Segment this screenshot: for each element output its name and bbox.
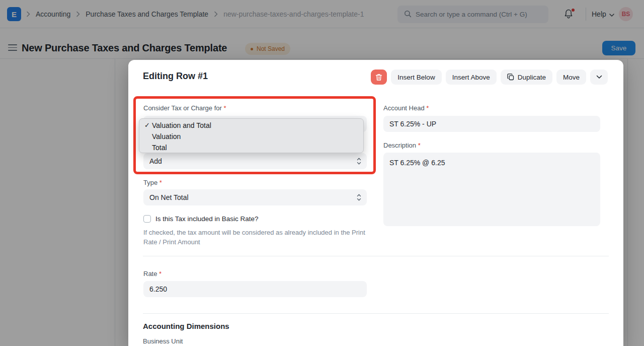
- account-head-value: ST 6.25% - UP: [389, 120, 436, 128]
- account-head-field-label: Account Head *: [383, 104, 429, 112]
- tax-included-row: Is this Tax included in Basic Rate?: [143, 215, 259, 223]
- type-field-label: Type *: [143, 179, 162, 186]
- section-divider: [143, 313, 609, 314]
- business-unit-label: Business Unit: [143, 337, 183, 345]
- chevron-down-icon: [596, 75, 602, 79]
- more-options-button[interactable]: [590, 70, 608, 85]
- insert-below-button[interactable]: Insert Below: [391, 70, 441, 85]
- type-value: On Net Total: [149, 193, 189, 201]
- tax-included-checkbox[interactable]: [143, 215, 151, 223]
- duplicate-label: Duplicate: [518, 74, 546, 81]
- dropdown-option-total[interactable]: Total: [139, 142, 363, 153]
- description-textarea[interactable]: ST 6.25% @ 6.25: [383, 153, 600, 226]
- account-head-input[interactable]: ST 6.25% - UP: [383, 116, 600, 132]
- delete-row-button[interactable]: [371, 70, 387, 85]
- section-divider: [143, 256, 609, 256]
- move-button[interactable]: Move: [556, 70, 586, 85]
- modal-toolbar: Insert Below Insert Above Duplicate Move: [371, 70, 608, 85]
- dropdown-option-valuation-and-total[interactable]: ✓ Valuation and Total: [139, 120, 363, 131]
- consider-dropdown-menu: ✓ Valuation and Total Valuation Total: [139, 118, 364, 153]
- app-root: E Accounting Purchase Taxes and Charges …: [0, 0, 644, 346]
- check-icon: ✓: [144, 120, 150, 131]
- duplicate-button[interactable]: Duplicate: [501, 70, 552, 85]
- modal-title: Editing Row #1: [143, 71, 208, 82]
- insert-above-button[interactable]: Insert Above: [446, 70, 497, 85]
- description-field-label: Description *: [383, 142, 421, 149]
- duplicate-icon: [507, 74, 514, 81]
- tax-included-help-text: If checked, the tax amount will be consi…: [143, 228, 371, 247]
- tax-included-label: Is this Tax included in Basic Rate?: [155, 215, 259, 223]
- dropdown-option-valuation[interactable]: Valuation: [139, 131, 363, 142]
- edit-row-modal: Editing Row #1 Insert Below Insert Above…: [128, 60, 623, 346]
- accounting-dimensions-heading: Accounting Dimensions: [143, 322, 229, 330]
- rate-field-label: Rate *: [143, 270, 162, 278]
- trash-icon: [375, 74, 382, 81]
- type-select[interactable]: On Net Total: [143, 189, 367, 205]
- rate-input[interactable]: 6.250: [143, 281, 367, 297]
- select-stepper-icon: [357, 193, 361, 203]
- rate-value: 6.250: [149, 285, 167, 293]
